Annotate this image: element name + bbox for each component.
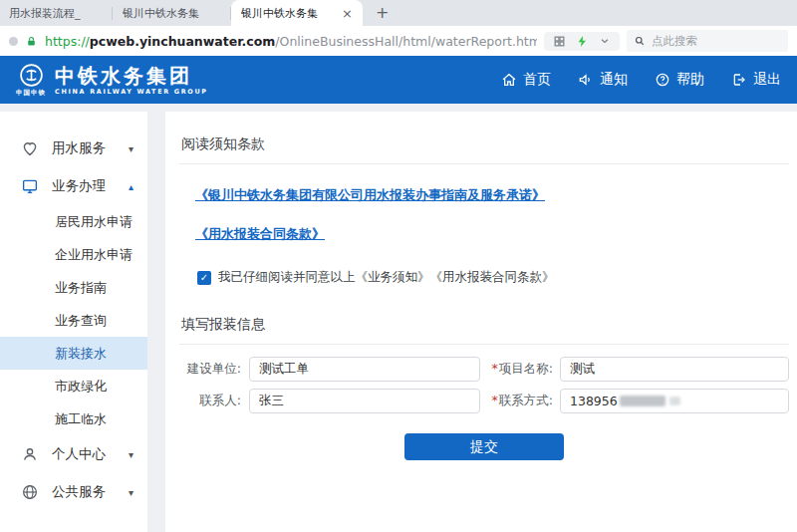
construction-unit-label: 建设单位: [179,361,241,378]
service-guide-link[interactable]: 《银川中铁水务集团有限公司用水报装办事指南及服务承诺》 [195,186,545,204]
globe-icon [21,483,39,501]
nav-logout[interactable]: 退出 [731,71,781,89]
lock-icon [25,35,38,48]
required-star: * [492,393,498,407]
sidebar-item-new-connection[interactable]: 新装接水 [0,337,147,370]
chevron-down-icon: ▾ [129,143,133,154]
sidebar-group-public-service[interactable]: 公共服务 ▾ [0,473,147,511]
browser-tab-active[interactable]: 银川中铁水务集 × [231,0,363,26]
redacted-phone-digits [669,397,680,405]
sidebar-group-label: 业务办理 [52,177,106,195]
speed-mode-icon[interactable] [576,35,589,48]
construction-unit-input[interactable] [249,357,480,382]
new-tab-button[interactable]: + [376,5,389,21]
sidebar-item-business-guide[interactable]: 业务指南 [0,271,147,304]
main-content: 阅读须知条款 《银川中铁水务集团有限公司用水报装办事指南及服务承诺》 《用水报装… [165,112,797,532]
site-logo: 中国中铁 中铁水务集团 CHINA RAILWAY WATER GROUP [16,63,208,98]
chevron-down-icon: ▾ [129,449,133,460]
sidebar-item-construction-water[interactable]: 施工临水 [0,402,147,435]
url-domain: pcweb.yinchuanwater.com [90,34,276,49]
nav-label: 通知 [600,71,628,89]
sidebar-group-business[interactable]: 业务办理 ▴ [0,167,147,205]
phone-value: 138956 [570,394,618,408]
help-icon [655,72,670,88]
sidebar-group-water-service[interactable]: 用水服务 ▾ [0,130,147,167]
sidebar: 用水服务 ▾ 业务办理 ▴ 居民用水申请 企业用水申请 业务指南 业务查询 新装… [0,112,147,532]
chevron-down-icon[interactable] [599,35,611,47]
header-nav: 首页 通知 帮助 [501,71,781,89]
redacted-phone-digits [620,396,665,406]
form-row-2: 联系人: *联系方式: 138956 [179,389,789,413]
section-divider [179,344,789,345]
toolbar-icon-cluster [544,32,620,51]
tab-title: 银川中铁水务集 [241,6,318,21]
browser-window: 用水报装流程_ 银川中铁水务集 银川中铁水务集 × + https://pcwe… [0,0,797,532]
sidebar-item-municipal-greening[interactable]: 市政绿化 [0,370,147,402]
submit-button[interactable]: 提交 [404,433,564,460]
required-star: * [492,361,498,376]
browser-tab-2[interactable]: 银川中铁水务集 [113,0,230,26]
agree-text: 我已仔细阅读并同意以上《业务须知》《用水报装合同条款》 [218,269,555,286]
contact-person-input[interactable] [249,389,480,413]
sidebar-group-label: 用水服务 [52,139,106,157]
nav-home[interactable]: 首页 [501,71,551,89]
site-icon [9,37,18,46]
logo-mark-text: 中国中铁 [16,89,46,98]
form-row-1: 建设单位: *项目名称: [179,357,789,382]
speaker-icon [578,72,594,88]
close-icon[interactable]: × [336,6,353,21]
nav-label: 退出 [753,71,781,89]
section-divider [179,163,789,164]
search-input[interactable] [652,34,781,48]
url-bar[interactable]: https://pcweb.yinchuanwater.com/OnlineBu… [45,34,537,49]
nav-label: 首页 [523,71,551,89]
logout-icon [731,72,747,88]
agree-checkbox-row[interactable]: ✓ 我已仔细阅读并同意以上《业务须知》《用水报装合同条款》 [197,269,789,286]
browser-search-box[interactable] [627,30,788,52]
contract-terms-link[interactable]: 《用水报装合同条款》 [195,225,325,243]
project-name-label: *项目名称: [480,361,553,378]
contact-person-label: 联系人: [179,393,241,409]
search-icon [634,35,646,47]
url-scheme: https:// [45,34,90,49]
browser-tab-1[interactable]: 用水报装流程_ [0,0,112,26]
site-subtitle: CHINA RAILWAY WATER GROUP [55,88,208,96]
project-name-input[interactable] [560,357,789,382]
sidebar-item-resident-application[interactable]: 居民用水申请 [0,205,147,238]
person-icon [21,445,39,463]
form-section-title: 填写报装信息 [181,316,789,334]
nav-label: 帮助 [676,71,704,89]
site-header: 中国中铁 中铁水务集团 CHINA RAILWAY WATER GROUP 首页 [0,56,797,104]
sidebar-group-label: 个人中心 [52,445,106,463]
notice-section-title: 阅读须知条款 [181,135,789,153]
checkbox-checked-icon[interactable]: ✓ [197,271,211,285]
site-title: 中铁水务集团 [55,65,208,87]
contact-phone-input[interactable]: 138956 [560,389,789,413]
tab-title: 银川中铁水务集 [123,6,199,21]
contact-phone-label: *联系方式: [480,393,553,409]
sidebar-item-enterprise-application[interactable]: 企业用水申请 [0,238,147,271]
url-path: /OnlineBusinessHall/html/waterReport.htm… [275,34,537,49]
home-icon [501,72,517,88]
monitor-icon [21,177,39,195]
nav-help[interactable]: 帮助 [655,71,704,89]
chevron-down-icon: ▾ [129,487,133,498]
heart-icon [21,139,39,157]
tab-title: 用水报装流程_ [9,6,81,21]
sidebar-group-label: 公共服务 [52,483,106,501]
sidebar-group-personal-center[interactable]: 个人中心 ▾ [0,435,147,473]
tab-strip: 用水报装流程_ 银川中铁水务集 银川中铁水务集 × + [0,0,797,26]
chevron-up-icon: ▴ [129,181,133,192]
nav-notifications[interactable]: 通知 [578,71,628,89]
browser-toolbar: https://pcweb.yinchuanwater.com/OnlineBu… [0,26,797,56]
reader-mode-icon[interactable] [553,35,566,48]
crec-emblem-icon: 中国中铁 [16,63,46,98]
sidebar-item-business-query[interactable]: 业务查询 [0,304,147,337]
